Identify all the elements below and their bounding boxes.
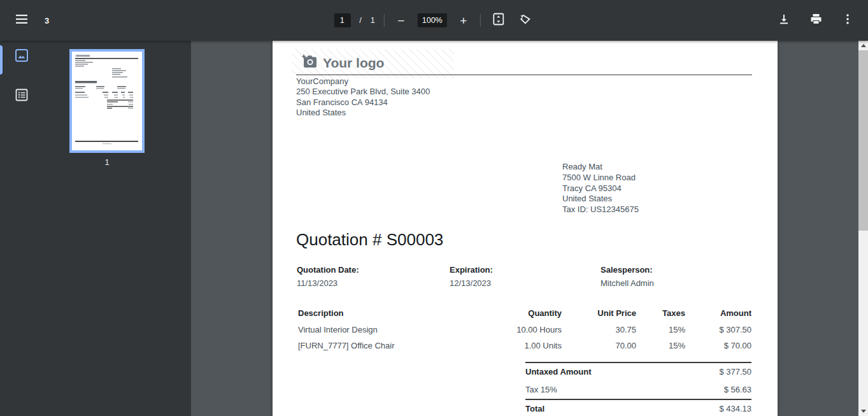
tax-row: Tax 15% $ 56.63	[525, 381, 751, 399]
expiration-label: Expiration:	[450, 265, 493, 275]
customer-city: Tracy CA 95304	[562, 183, 639, 194]
quotation-date-block: Quotation Date: 11/13/2023	[297, 265, 359, 288]
untaxed-amount-value: $ 377.50	[719, 367, 751, 377]
more-options-button[interactable]	[839, 11, 857, 29]
tab-document-outline[interactable]	[13, 88, 30, 104]
customer-tax-id: Tax ID: US12345675	[562, 204, 639, 215]
untaxed-amount-row: Untaxed Amount $ 377.50	[525, 363, 751, 381]
cell-amount: $ 70.00	[685, 341, 751, 350]
rotate-icon	[519, 13, 532, 28]
page-separator: /	[359, 16, 361, 25]
zoom-level[interactable]: 100%	[418, 13, 447, 27]
salesperson-label: Salesperson:	[601, 265, 654, 275]
page-input[interactable]: 1	[334, 13, 350, 27]
tab-thumbnails[interactable]	[13, 48, 30, 65]
expiration-block: Expiration: 12/13/2023	[450, 265, 493, 288]
page-thumbnail-preview	[72, 52, 142, 150]
page-count: 1	[371, 16, 375, 25]
print-button[interactable]	[807, 11, 825, 29]
thumbnail-panel: 1	[0, 41, 191, 416]
header-description: Description	[298, 308, 479, 318]
customer-name: Ready Mat	[562, 162, 639, 173]
company-name: YourCompany	[296, 76, 430, 87]
total-label: Total	[525, 404, 544, 413]
company-city: San Francisco CA 94134	[296, 97, 430, 108]
total-row: Total $ 434.13	[525, 399, 751, 416]
customer-street: 7500 W Linne Road	[562, 173, 639, 183]
cell-description: Virtual Interior Design	[298, 325, 479, 334]
camera-icon	[301, 54, 317, 71]
header-quantity: Quantity	[479, 308, 562, 318]
pdf-toolbar: 3 1 / 1 − 100% +	[0, 0, 868, 41]
zoom-out-button[interactable]: −	[394, 15, 409, 27]
scrollbar-thumb[interactable]	[858, 50, 868, 231]
cell-quantity: 1.00 Units	[479, 341, 562, 350]
tax-value: $ 56.63	[724, 385, 751, 394]
download-button[interactable]	[775, 11, 793, 29]
table-header-row: Description Quantity Unit Price Taxes Am…	[298, 308, 751, 324]
thumbnails-icon	[14, 48, 29, 66]
kebab-icon	[846, 14, 849, 27]
customer-country: United States	[562, 194, 639, 204]
arrow-down-icon	[861, 410, 866, 413]
cell-taxes: 15%	[636, 325, 685, 334]
customer-address: Ready Mat 7500 W Linne Road Tracy CA 953…	[562, 162, 639, 215]
thumbnail-page-number: 1	[69, 157, 145, 167]
expiration-value: 12/13/2023	[450, 278, 493, 288]
zoom-in-button[interactable]: +	[456, 15, 471, 27]
quotation-title: Quotation # S00003	[296, 230, 443, 250]
fit-page-button[interactable]	[490, 11, 508, 29]
toolbar-divider	[384, 14, 385, 27]
cell-unit-price: 70.00	[562, 341, 636, 350]
order-lines-table: Description Quantity Unit Price Taxes Am…	[298, 308, 751, 357]
cell-taxes: 15%	[636, 341, 685, 350]
toolbar-divider	[480, 14, 481, 27]
scrollbar-down-button[interactable]	[858, 406, 868, 416]
download-icon	[778, 13, 790, 27]
rotate-button[interactable]	[516, 11, 534, 29]
quotation-date-label: Quotation Date:	[297, 265, 359, 275]
company-address: YourCompany 250 Executive Park Blvd, Sui…	[296, 76, 430, 118]
header-amount: Amount	[685, 308, 751, 318]
hamburger-icon	[16, 15, 27, 26]
untaxed-amount-label: Untaxed Amount	[525, 367, 592, 377]
company-street: 250 Executive Park Blvd, Suite 3400	[296, 87, 430, 97]
cell-amount: $ 307.50	[685, 325, 751, 334]
company-logo: Your logo	[301, 54, 384, 71]
header-unit-price: Unit Price	[562, 308, 636, 318]
scrollbar-up-button[interactable]	[858, 41, 868, 50]
totals-table: Untaxed Amount $ 377.50 Tax 15% $ 56.63 …	[525, 362, 751, 416]
vertical-scrollbar[interactable]	[858, 41, 868, 416]
table-row: [FURN_7777] Office Chair 1.00 Units 70.0…	[298, 341, 751, 357]
header-taxes: Taxes	[636, 308, 685, 318]
table-row: Virtual Interior Design 10.00 Hours 30.7…	[298, 325, 751, 341]
cell-unit-price: 30.75	[562, 325, 636, 334]
pdf-page: Your logo YourCompany 250 Executive Park…	[273, 41, 778, 416]
salesperson-value: Mitchell Admin	[601, 278, 654, 288]
company-country: United States	[296, 108, 430, 118]
salesperson-block: Salesperson: Mitchell Admin	[601, 265, 654, 288]
total-value: $ 434.13	[719, 404, 751, 413]
document-title: 3	[45, 16, 49, 25]
cell-quantity: 10.00 Hours	[479, 325, 562, 334]
print-icon	[810, 13, 822, 27]
selected-tab-indicator	[0, 45, 3, 75]
page-thumbnail[interactable]	[69, 49, 145, 153]
outline-icon	[15, 88, 29, 104]
menu-button[interactable]	[13, 11, 31, 29]
logo-text: Your logo	[323, 55, 384, 71]
quotation-date-value: 11/13/2023	[297, 278, 359, 288]
fit-page-icon	[492, 13, 505, 28]
tax-label: Tax 15%	[525, 385, 557, 394]
arrow-up-icon	[861, 44, 866, 47]
cell-description: [FURN_7777] Office Chair	[298, 341, 479, 350]
header-divider	[296, 75, 752, 75]
